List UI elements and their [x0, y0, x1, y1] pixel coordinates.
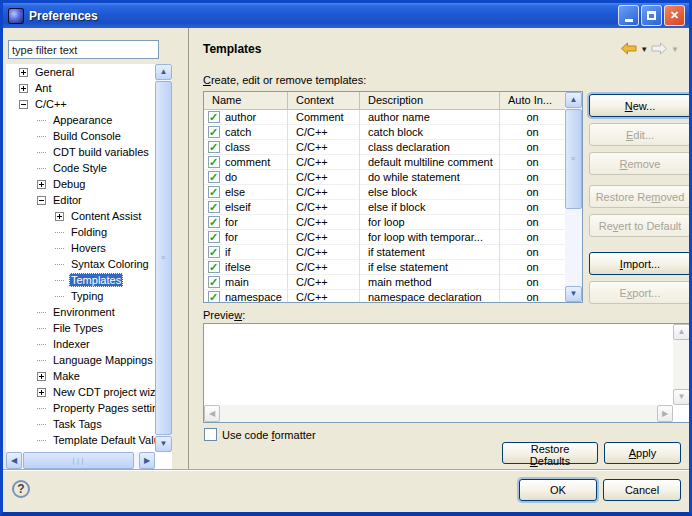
template-enabled-checkbox[interactable] — [208, 261, 220, 273]
title-bar[interactable]: Preferences ✕ — [3, 3, 689, 28]
tree-item-appearance[interactable]: Appearance — [6, 112, 155, 128]
maximize-button[interactable] — [641, 5, 662, 26]
collapse-icon[interactable] — [37, 196, 46, 205]
cancel-button[interactable]: Cancel — [603, 479, 681, 501]
tree-item-file-types[interactable]: File Types — [6, 320, 155, 336]
table-row[interactable]: elseC/C++else blockon — [204, 185, 566, 200]
apply-button[interactable]: Apply — [604, 442, 681, 464]
expand-icon[interactable] — [19, 84, 28, 93]
template-enabled-checkbox[interactable] — [208, 291, 220, 302]
help-button[interactable]: ? — [12, 480, 30, 498]
back-icon[interactable] — [620, 42, 637, 57]
ok-button[interactable]: OK — [519, 479, 597, 501]
use-code-formatter-option[interactable]: Use code formatter — [204, 428, 316, 441]
scroll-up-icon[interactable]: ▲ — [155, 64, 172, 80]
export-button[interactable]: Export... — [589, 281, 691, 304]
table-row[interactable]: forC/C++for loopon — [204, 215, 566, 230]
scroll-down-icon[interactable]: ▼ — [155, 436, 172, 452]
remove-button[interactable]: Remove — [589, 152, 691, 175]
scrollbar-thumb[interactable]: ∣∣∣ — [23, 452, 134, 469]
template-enabled-checkbox[interactable] — [208, 216, 220, 228]
tree-item-ant[interactable]: Ant — [6, 80, 155, 96]
tree-vertical-scrollbar[interactable]: ▲ ≡ ▼ — [155, 64, 172, 452]
preview-horizontal-scrollbar[interactable]: ◀ ▶ — [204, 405, 673, 422]
table-row[interactable]: forC/C++for loop with temporar...on — [204, 230, 566, 245]
tree-item-folding[interactable]: Folding — [6, 224, 155, 240]
tree-item-cdt-build-variables[interactable]: CDT build variables — [6, 144, 155, 160]
scroll-left-icon[interactable]: ◀ — [6, 452, 22, 469]
use-code-formatter-checkbox[interactable] — [204, 428, 217, 441]
tree-item-indexer[interactable]: Indexer — [6, 336, 155, 352]
template-enabled-checkbox[interactable] — [208, 156, 220, 168]
back-menu-chevron-icon[interactable]: ▼ — [640, 45, 648, 54]
scrollbar-thumb[interactable]: ≡ — [155, 81, 172, 435]
expand-icon[interactable] — [37, 388, 46, 397]
table-row[interactable]: mainC/C++main methodon — [204, 275, 566, 290]
column-header-context[interactable]: Context — [288, 92, 360, 109]
expand-icon[interactable] — [37, 180, 46, 189]
tree-item-new-cdt-project-wizard[interactable]: New CDT project wizard — [6, 384, 155, 400]
minimize-button[interactable] — [618, 5, 639, 26]
template-enabled-checkbox[interactable] — [208, 276, 220, 288]
tree-item-typing[interactable]: Typing — [6, 288, 155, 304]
restore-defaults-button[interactable]: Restore Defaults — [502, 442, 598, 464]
scroll-down-icon[interactable]: ▼ — [673, 389, 690, 405]
scrollbar-thumb[interactable]: ≡ — [565, 109, 582, 209]
preview-vertical-scrollbar[interactable]: ▲ ▼ — [673, 324, 690, 405]
table-row[interactable]: authorCommentauthor nameon — [204, 110, 566, 125]
template-enabled-checkbox[interactable] — [208, 231, 220, 243]
collapse-icon[interactable] — [19, 100, 28, 109]
tree-item-code-style[interactable]: Code Style — [6, 160, 155, 176]
tree-item-environment[interactable]: Environment — [6, 304, 155, 320]
template-enabled-checkbox[interactable] — [208, 141, 220, 153]
tree-item-language-mappings[interactable]: Language Mappings — [6, 352, 155, 368]
scroll-up-icon[interactable]: ▲ — [565, 92, 582, 108]
new-button[interactable]: New... — [589, 94, 691, 117]
close-button[interactable]: ✕ — [664, 5, 685, 26]
scroll-down-icon[interactable]: ▼ — [565, 286, 582, 302]
table-row[interactable]: catchC/C++catch blockon — [204, 125, 566, 140]
table-row[interactable]: classC/C++class declarationon — [204, 140, 566, 155]
tree-item-build-console[interactable]: Build Console — [6, 128, 155, 144]
template-enabled-checkbox[interactable] — [208, 111, 220, 123]
tree-item-templates-selected[interactable]: Templates — [6, 272, 155, 288]
tree-item-debug[interactable]: Debug — [6, 176, 155, 192]
table-row[interactable]: doC/C++do while statementon — [204, 170, 566, 185]
edit-button[interactable]: Edit... — [589, 123, 691, 146]
restore-removed-button[interactable]: Restore Removed — [589, 185, 691, 208]
table-row[interactable]: ifelseC/C++if else statementon — [204, 260, 566, 275]
template-enabled-checkbox[interactable] — [208, 186, 220, 198]
expand-icon[interactable] — [55, 212, 64, 221]
column-header-auto-insert[interactable]: Auto In... — [500, 92, 566, 109]
import-button[interactable]: Import... — [589, 252, 691, 275]
table-vertical-scrollbar[interactable]: ▲ ≡ ▼ — [565, 92, 582, 302]
forward-menu-chevron-icon[interactable]: ▼ — [671, 45, 679, 54]
table-row[interactable]: namespaceC/C++namespace declarationon — [204, 290, 566, 302]
tree-item-hovers[interactable]: Hovers — [6, 240, 155, 256]
scroll-up-icon[interactable]: ▲ — [673, 324, 690, 340]
tree-item-make[interactable]: Make — [6, 368, 155, 384]
template-enabled-checkbox[interactable] — [208, 126, 220, 138]
forward-icon[interactable] — [651, 42, 668, 57]
column-header-description[interactable]: Description — [360, 92, 500, 109]
preview-pane[interactable]: ▲ ▼ ◀ ▶ — [203, 323, 691, 423]
tree-item-template-default-values[interactable]: Template Default Values — [6, 432, 155, 448]
tree-item-task-tags[interactable]: Task Tags — [6, 416, 155, 432]
revert-to-default-button[interactable]: Revert to Default — [589, 214, 691, 237]
tree-item-general[interactable]: General — [6, 64, 155, 80]
template-enabled-checkbox[interactable] — [208, 171, 220, 183]
expand-icon[interactable] — [19, 68, 28, 77]
tree-horizontal-scrollbar[interactable]: ◀ ∣∣∣ ▶ — [6, 452, 155, 469]
scroll-left-icon[interactable]: ◀ — [204, 405, 220, 422]
table-row[interactable]: ifC/C++if statementon — [204, 245, 566, 260]
tree-item-editor[interactable]: Editor — [6, 192, 155, 208]
template-enabled-checkbox[interactable] — [208, 201, 220, 213]
preview-content[interactable] — [206, 326, 671, 403]
table-row[interactable]: commentC/C++default multiline commenton — [204, 155, 566, 170]
template-enabled-checkbox[interactable] — [208, 246, 220, 258]
scroll-right-icon[interactable]: ▶ — [139, 452, 155, 469]
filter-input[interactable] — [8, 40, 159, 59]
tree-item-syntax-coloring[interactable]: Syntax Coloring — [6, 256, 155, 272]
expand-icon[interactable] — [37, 372, 46, 381]
column-header-name[interactable]: Name — [204, 92, 288, 109]
